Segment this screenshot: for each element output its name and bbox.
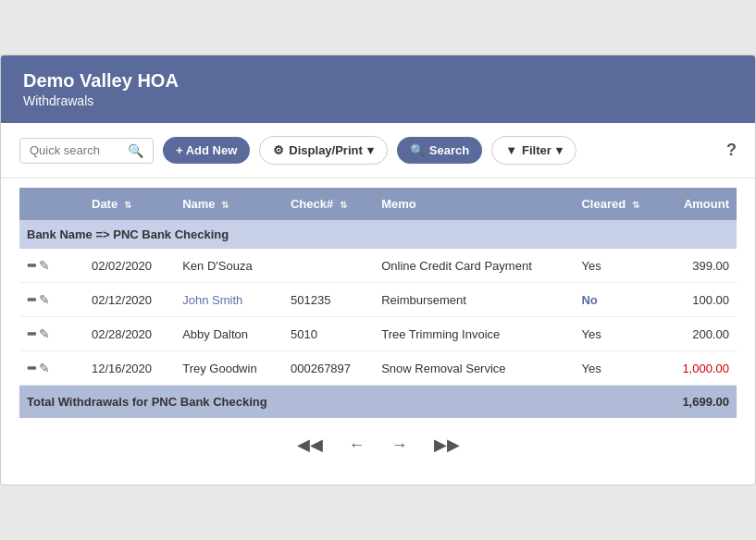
add-new-label: + Add New <box>176 143 237 157</box>
search-label: Search <box>429 143 469 157</box>
date-sort-icon: ⇅ <box>124 200 131 210</box>
table-row: ••• ✎ 12/16/2020 Trey Goodwin 000267897 … <box>19 351 737 386</box>
withdrawals-table: Date ⇅ Name ⇅ Check# ⇅ Memo Cleared ⇅ Am… <box>19 188 737 418</box>
quick-search-box: 🔍 <box>19 138 154 164</box>
row-actions-3: ••• ✎ <box>19 351 84 386</box>
edit-icon-3[interactable]: ✎ <box>39 361 50 375</box>
total-row: Total Withdrawals for PNC Bank Checking … <box>19 386 737 419</box>
row-cleared-2: Yes <box>574 317 662 351</box>
col-check[interactable]: Check# ⇅ <box>283 188 374 220</box>
row-amount-1: 100.00 <box>662 283 737 317</box>
row-amount-2: 200.00 <box>662 317 737 351</box>
total-label: Total Withdrawals for PNC Bank Checking <box>19 386 662 419</box>
pagination: ◀◀ ← → ▶▶ <box>19 418 737 466</box>
search-input[interactable] <box>30 143 122 157</box>
table-row: ••• ✎ 02/12/2020 John Smith 501235 Reimb… <box>19 283 737 317</box>
row-actions-2: ••• ✎ <box>19 317 84 351</box>
row-check-0 <box>283 249 374 283</box>
edit-icon-0[interactable]: ✎ <box>39 258 50 273</box>
search-button[interactable]: 🔍 Search <box>397 137 482 164</box>
filter-button[interactable]: ▼ Filter ▾ <box>491 136 576 165</box>
more-icon-1[interactable]: ••• <box>27 292 35 307</box>
last-page-button[interactable]: ▶▶ <box>428 433 465 457</box>
row-name-3[interactable]: Trey Goodwin <box>175 351 283 386</box>
display-print-label: Display/Print <box>289 143 362 157</box>
row-check-1: 501235 <box>283 283 374 317</box>
add-new-button[interactable]: + Add New <box>163 137 250 164</box>
row-memo-1: Reimbursement <box>374 283 574 317</box>
row-memo-3: Snow Removal Service <box>374 351 574 386</box>
total-amount: 1,699.00 <box>662 386 737 419</box>
more-icon-2[interactable]: ••• <box>27 326 35 341</box>
col-name[interactable]: Name ⇅ <box>175 188 283 220</box>
row-cleared-1: No <box>574 283 662 317</box>
chevron-down-icon-filter: ▾ <box>556 143 563 157</box>
row-memo-0: Online Credit Card Payment <box>374 249 574 283</box>
app-title: Demo Valley HOA <box>23 70 733 92</box>
bank-group-label: Bank Name => PNC Bank Checking <box>19 220 737 249</box>
search-icon: 🔍 <box>128 143 143 158</box>
display-print-button[interactable]: ⚙ Display/Print ▾ <box>259 136 387 165</box>
table-row: ••• ✎ 02/02/2020 Ken D'Souza Online Cred… <box>19 249 737 283</box>
col-memo: Memo <box>374 188 574 220</box>
next-page-button[interactable]: → <box>386 434 414 457</box>
filter-label: Filter <box>522 143 552 157</box>
help-button[interactable]: ? <box>726 141 737 160</box>
name-sort-icon: ⇅ <box>221 200 229 210</box>
row-cleared-3: Yes <box>574 351 662 386</box>
header: Demo Valley HOA Withdrawals <box>1 55 755 123</box>
edit-icon-2[interactable]: ✎ <box>39 326 50 341</box>
col-cleared[interactable]: Cleared ⇅ <box>574 188 662 220</box>
row-name-2[interactable]: Abby Dalton <box>175 317 283 351</box>
col-date[interactable]: Date ⇅ <box>84 188 175 220</box>
row-actions-1: ••• ✎ <box>19 283 84 317</box>
col-actions <box>19 188 84 220</box>
more-icon-0[interactable]: ••• <box>27 258 35 273</box>
cleared-sort-icon: ⇅ <box>632 200 639 210</box>
row-check-2: 5010 <box>283 317 374 351</box>
help-label: ? <box>726 141 737 159</box>
row-amount-0: 399.00 <box>662 249 737 283</box>
search-icon-btn: 🔍 <box>410 143 425 157</box>
row-date-0: 02/02/2020 <box>84 249 175 283</box>
gear-icon: ⚙ <box>273 143 284 157</box>
page-subtitle: Withdrawals <box>23 93 733 108</box>
table-row: ••• ✎ 02/28/2020 Abby Dalton 5010 Tree T… <box>19 317 737 351</box>
row-name-0[interactable]: Ken D'Souza <box>175 249 283 283</box>
check-sort-icon: ⇅ <box>340 200 347 210</box>
edit-icon-1[interactable]: ✎ <box>39 292 50 307</box>
table-area: Date ⇅ Name ⇅ Check# ⇅ Memo Cleared ⇅ Am… <box>1 178 755 485</box>
row-date-3: 12/16/2020 <box>84 351 175 386</box>
row-name-1[interactable]: John Smith <box>175 283 283 317</box>
row-date-2: 02/28/2020 <box>84 317 175 351</box>
row-date-1: 02/12/2020 <box>84 283 175 317</box>
filter-icon: ▼ <box>505 143 517 157</box>
toolbar: 🔍 + Add New ⚙ Display/Print ▾ 🔍 Search ▼… <box>1 123 755 178</box>
row-cleared-0: Yes <box>574 249 662 283</box>
first-page-button[interactable]: ◀◀ <box>291 433 328 457</box>
row-amount-3: 1,000.00 <box>662 351 737 386</box>
chevron-down-icon: ▾ <box>367 143 374 157</box>
row-actions-0: ••• ✎ <box>19 249 84 283</box>
col-amount: Amount <box>662 188 737 220</box>
bank-group-row: Bank Name => PNC Bank Checking <box>19 220 737 249</box>
row-check-3: 000267897 <box>283 351 374 386</box>
more-icon-3[interactable]: ••• <box>27 361 35 375</box>
row-memo-2: Tree Trimming Invoice <box>374 317 574 351</box>
main-container: Demo Valley HOA Withdrawals 🔍 + Add New … <box>0 55 756 485</box>
prev-page-button[interactable]: ← <box>343 434 371 457</box>
